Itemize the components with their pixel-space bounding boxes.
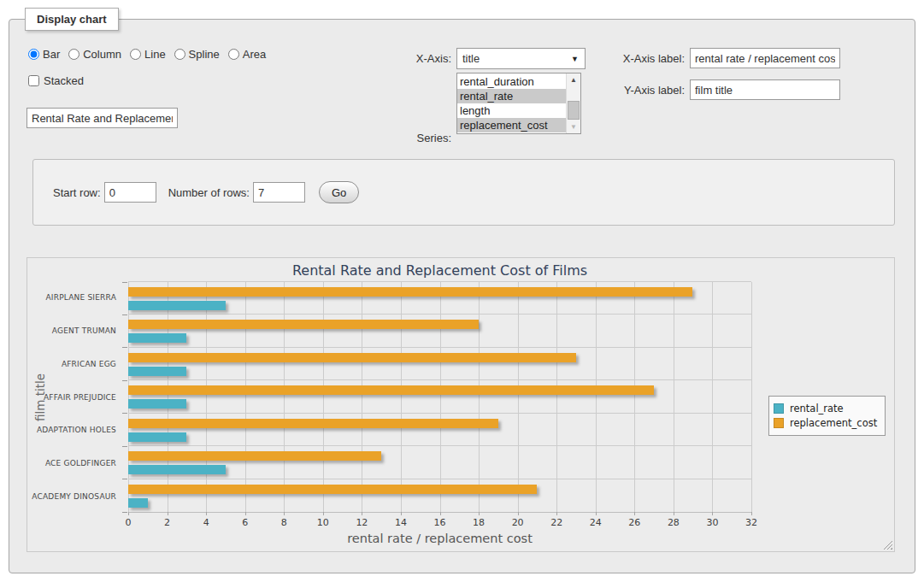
x-tick-label: 22	[550, 517, 562, 528]
x-tick-label: 14	[395, 517, 407, 528]
bar-rental_rate	[128, 399, 186, 409]
start-row-input[interactable]	[104, 182, 156, 203]
xtick-labels: 02468101214161820222426283032	[128, 517, 751, 529]
x-axis-tick	[206, 512, 207, 515]
category-row	[128, 479, 751, 512]
series-option-rental_duration[interactable]: rental_duration	[457, 74, 566, 89]
scrollbar-down-arrow-icon[interactable]: ▼	[567, 121, 580, 133]
category-labels: AIRPLANE SIERRAAGENT TRUMANAFRICAN EGGAF…	[27, 281, 122, 513]
category-row	[128, 380, 751, 413]
x-axis-select[interactable]: title ▼	[456, 48, 586, 69]
legend-label-replacement_cost: replacement_cost	[790, 417, 877, 429]
x-tick-label: 30	[706, 517, 718, 528]
start-row-label: Start row:	[53, 186, 101, 199]
category-row	[128, 414, 751, 446]
category-row	[128, 446, 751, 479]
chart-type-label-line: Line	[144, 48, 166, 61]
chart-type-radio-bar[interactable]	[28, 49, 39, 60]
x-tick-label: 2	[164, 517, 170, 528]
x-tick-label: 6	[242, 517, 248, 528]
x-tick-label: 12	[356, 517, 368, 528]
bar-replacement_cost	[128, 485, 537, 494]
bar-rental_rate	[128, 498, 148, 508]
chart-type-radio-area[interactable]	[228, 49, 239, 60]
y-axis-tick	[122, 380, 127, 381]
num-rows-label: Number of rows:	[168, 186, 250, 199]
category-label: AFRICAN EGG	[27, 347, 122, 380]
num-rows-input[interactable]	[253, 182, 305, 203]
chart-title: Rental Rate and Replacement Cost of Film…	[128, 262, 751, 279]
gridline-vertical	[751, 282, 752, 512]
plot-area	[128, 281, 751, 513]
x-axis-tick	[596, 512, 597, 515]
bar-replacement_cost	[128, 353, 576, 362]
stacked-group: Stacked	[28, 74, 84, 87]
bar-replacement_cost	[128, 320, 479, 329]
x-tick-label: 18	[473, 517, 485, 528]
legend-swatch-rental_rate	[774, 403, 784, 414]
bar-replacement_cost	[128, 419, 498, 428]
resize-grip-icon[interactable]	[883, 540, 892, 550]
chart-container: Rental Rate and Replacement Cost of Film…	[26, 257, 895, 552]
chart-type-label-area: Area	[243, 48, 266, 61]
x-axis-label-input[interactable]	[690, 48, 840, 68]
y-axis-tick	[122, 282, 127, 283]
x-axis-tick	[479, 512, 480, 515]
series-scrollbar[interactable]: ▲ ▼	[566, 73, 580, 133]
x-axis-tick	[323, 512, 324, 515]
x-axis-tick	[168, 512, 168, 515]
x-axis-tick	[674, 512, 674, 515]
bar-rental_rate	[128, 432, 186, 442]
series-multiselect: rental_durationrental_ratelengthreplacem…	[456, 73, 581, 134]
x-axis-tick	[284, 512, 285, 515]
chart-type-option-column[interactable]: Column	[68, 48, 121, 61]
chart-type-radio-line[interactable]	[130, 49, 141, 60]
category-row	[128, 348, 751, 380]
series-option-replacement_cost[interactable]: replacement_cost	[457, 118, 566, 132]
bar-replacement_cost	[128, 385, 654, 395]
x-axis-tick	[712, 512, 713, 515]
x-axis-label-caption: X-Axis label:	[599, 49, 685, 69]
x-axis-tick	[518, 512, 519, 515]
category-row	[128, 282, 751, 315]
series-option-length[interactable]: length	[457, 103, 566, 118]
y-axis-tick	[122, 479, 127, 479]
x-axis-select-label: X-Axis:	[351, 49, 451, 69]
chart-title-input[interactable]	[26, 108, 178, 128]
category-label: ACADEMY DINOSAUR	[27, 479, 122, 513]
chart-type-label-spline: Spline	[189, 48, 220, 61]
chart-type-radio-spline[interactable]	[174, 49, 185, 60]
y-axis-tick	[122, 446, 127, 447]
y-axis-label-input[interactable]	[690, 79, 840, 100]
chart-legend: rental_ratereplacement_cost	[768, 396, 886, 436]
scrollbar-thumb[interactable]	[568, 101, 580, 120]
bar-rental_rate	[128, 465, 226, 474]
scrollbar-up-arrow-icon[interactable]: ▲	[567, 73, 580, 86]
series-option-rental_rate[interactable]: rental_rate	[457, 89, 566, 103]
series-options: rental_durationrental_ratelengthreplacem…	[457, 73, 566, 133]
y-axis-tick	[122, 347, 127, 348]
panel-title: Display chart	[25, 8, 119, 31]
x-tick-label: 32	[745, 517, 757, 528]
stacked-checkbox[interactable]	[28, 75, 39, 86]
x-axis-title: rental rate / replacement cost	[128, 532, 751, 545]
chart-type-option-area[interactable]: Area	[228, 48, 266, 61]
category-label: AGENT TRUMAN	[27, 315, 122, 348]
legend-label-rental_rate: rental_rate	[790, 403, 844, 414]
series-select-label: Series:	[351, 128, 451, 149]
go-button[interactable]: Go	[319, 181, 359, 203]
x-tick-label: 8	[281, 517, 287, 528]
y-axis-label-caption: Y-Axis label:	[599, 80, 685, 101]
x-tick-label: 20	[512, 517, 524, 528]
chart-type-option-line[interactable]: Line	[130, 48, 166, 61]
row-range-panel: Start row: Number of rows: Go	[32, 159, 895, 226]
x-axis-tick	[401, 512, 402, 515]
category-label: AFFAIR PREJUDICE	[27, 380, 122, 414]
display-chart-panel: Display chart BarColumnLineSplineArea St…	[9, 19, 915, 573]
chart-type-option-bar[interactable]: Bar	[28, 48, 60, 61]
chart-type-radio-column[interactable]	[68, 49, 79, 60]
x-tick-label: 4	[203, 517, 209, 528]
x-axis-tick	[245, 512, 246, 515]
chart-type-option-spline[interactable]: Spline	[174, 48, 220, 61]
category-row	[128, 315, 751, 347]
